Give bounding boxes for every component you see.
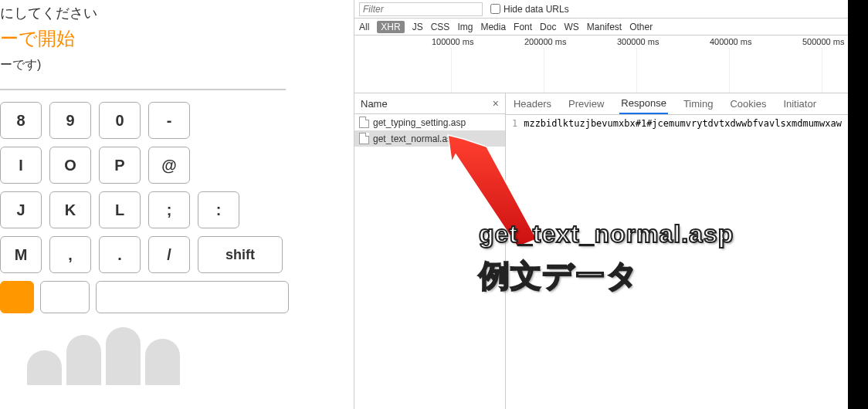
keyboard: 890- IOP@ JKL;: M,./shift <box>0 102 301 313</box>
request-list: get_typing_setting.aspget_text_normal.as… <box>354 114 505 409</box>
key--[interactable]: - <box>148 102 190 139</box>
timeline-tick: 300000 ms <box>617 37 659 46</box>
request-item[interactable]: get_text_normal.asp <box>354 130 505 147</box>
resource-type-filters: AllXHRJSCSSImgMediaFontDocWSManifestOthe… <box>354 19 848 35</box>
finger-shape <box>145 339 180 385</box>
filter-font[interactable]: Font <box>514 22 532 32</box>
line-number: 1 <box>512 118 517 129</box>
key-O[interactable]: O <box>49 147 91 184</box>
request-name: get_typing_setting.asp <box>373 117 466 128</box>
instruction-text-1: にしてください <box>0 4 301 22</box>
timeline-tick: 500000 ms <box>802 37 844 46</box>
tab-timing[interactable]: Timing <box>682 94 715 113</box>
finger-shape <box>66 335 101 385</box>
timeline-tick: 200000 ms <box>524 37 566 46</box>
key-;[interactable]: ; <box>148 191 190 228</box>
filter-ws[interactable]: WS <box>564 22 578 32</box>
finger-guide <box>0 327 301 385</box>
key-0[interactable]: 0 <box>99 102 141 139</box>
detail-tabs: HeadersPreviewResponseTimingCookiesIniti… <box>506 93 848 115</box>
instruction-text-2: ーで開始 <box>0 26 301 51</box>
key-:[interactable]: : <box>198 191 239 228</box>
filter-bar: Hide data URLs <box>354 0 848 19</box>
timeline-tick: 400000 ms <box>710 37 751 46</box>
response-body[interactable]: 1mzzbidlktuzjbevumxbx#1#jcemumvrytdvtxdw… <box>506 115 848 409</box>
finger-shape <box>106 327 141 385</box>
key-P[interactable]: P <box>99 147 141 184</box>
filter-doc[interactable]: Doc <box>540 22 556 32</box>
filter-all[interactable]: All <box>359 22 369 32</box>
file-icon <box>359 133 369 144</box>
waterfall-timeline[interactable]: 100000 ms200000 ms300000 ms400000 ms5000… <box>354 35 848 93</box>
key-blank[interactable] <box>40 281 90 313</box>
finger-shape <box>27 350 62 385</box>
key-.[interactable]: . <box>99 236 141 273</box>
hide-data-urls-toggle[interactable]: Hide data URLs <box>490 4 569 15</box>
name-column-header: Name <box>361 98 388 110</box>
request-item[interactable]: get_typing_setting.asp <box>354 114 505 130</box>
filter-other[interactable]: Other <box>629 22 653 32</box>
filter-media[interactable]: Media <box>480 22 506 32</box>
key-8[interactable]: 8 <box>0 102 42 139</box>
response-text: mzzbidlktuzjbevumxbx#1#jcemumvrytdvtxdww… <box>524 118 842 129</box>
filter-manifest[interactable]: Manifest <box>587 22 622 32</box>
key-M[interactable]: M <box>0 236 42 273</box>
tab-initiator[interactable]: Initiator <box>782 94 818 113</box>
typing-app-panel: にしてください ーで開始 ーです) 890- IOP@ JKL;: M,./sh… <box>0 0 324 409</box>
key-9[interactable]: 9 <box>49 102 91 139</box>
divider <box>0 89 286 90</box>
close-icon[interactable]: × <box>493 97 499 110</box>
filter-xhr[interactable]: XHR <box>377 21 404 33</box>
key-shift[interactable]: shift <box>198 236 283 273</box>
tab-headers[interactable]: Headers <box>512 94 553 113</box>
instruction-text-3: ーです) <box>0 57 301 73</box>
filter-img[interactable]: Img <box>457 22 473 32</box>
filter-js[interactable]: JS <box>412 22 423 32</box>
key-J[interactable]: J <box>0 191 42 228</box>
filter-css[interactable]: CSS <box>431 22 450 32</box>
hide-data-urls-checkbox[interactable] <box>490 4 500 14</box>
key-/[interactable]: / <box>148 236 190 273</box>
black-edge <box>848 0 868 409</box>
key-highlight[interactable] <box>0 281 34 313</box>
spacebar-key[interactable] <box>96 281 289 313</box>
key-@[interactable]: @ <box>148 147 190 184</box>
key-,[interactable]: , <box>49 236 91 273</box>
tab-response[interactable]: Response <box>619 93 668 114</box>
tab-cookies[interactable]: Cookies <box>728 94 768 113</box>
request-name: get_text_normal.asp <box>373 134 457 144</box>
file-icon <box>359 117 369 128</box>
timeline-tick: 100000 ms <box>432 37 473 46</box>
key-K[interactable]: K <box>49 191 91 228</box>
request-detail-panel: HeadersPreviewResponseTimingCookiesIniti… <box>506 93 848 409</box>
filter-input[interactable] <box>359 2 483 16</box>
key-L[interactable]: L <box>99 191 141 228</box>
devtools-network-panel: Hide data URLs AllXHRJSCSSImgMediaFontDo… <box>354 0 848 409</box>
request-name-column: Name × get_typing_setting.aspget_text_no… <box>354 93 506 409</box>
tab-preview[interactable]: Preview <box>567 94 605 113</box>
key-I[interactable]: I <box>0 147 42 184</box>
